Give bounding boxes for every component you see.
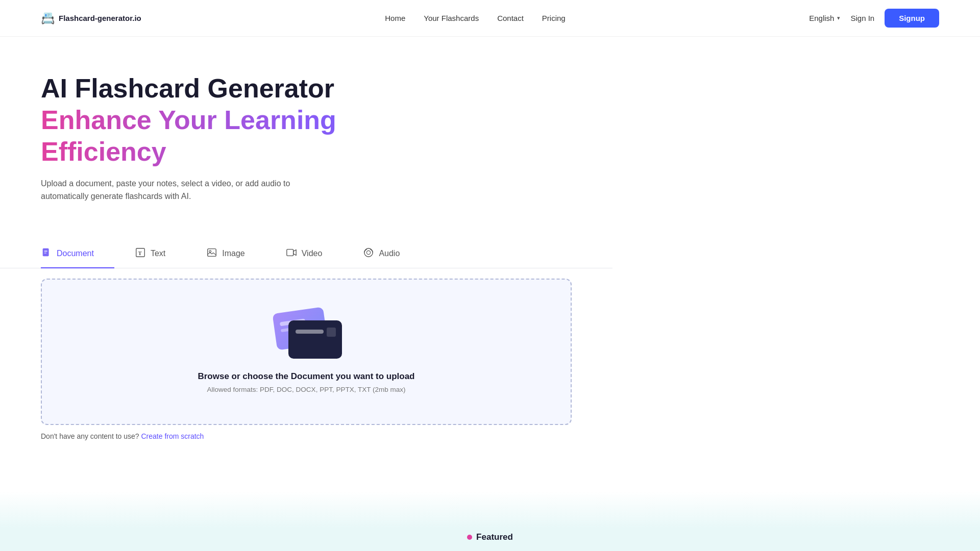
nav-links: Home Your Flashcards Contact Pricing: [385, 14, 565, 22]
tab-image-label: Image: [222, 249, 244, 258]
nav-pricing[interactable]: Pricing: [542, 14, 566, 22]
upload-title: Browse or choose the Document you want t…: [198, 371, 414, 382]
hero-subtitle-gradient: Enhance Your Learning Efficiency: [41, 104, 572, 168]
upload-section: Browse or choose the Document you want t…: [0, 279, 612, 425]
nav-contact[interactable]: Contact: [497, 14, 524, 22]
featured-section: Featured: [0, 491, 980, 551]
tab-text-label: Text: [151, 249, 165, 258]
language-label: English: [809, 14, 834, 22]
upload-dropzone[interactable]: Browse or choose the Document you want t…: [41, 279, 572, 425]
logo-icon: 📇: [41, 12, 55, 25]
svg-point-9: [367, 251, 371, 254]
tab-document[interactable]: Document: [41, 240, 114, 268]
logo-text: Flashcard-generator.io: [59, 14, 141, 22]
navbar: 📇 Flashcard-generator.io Home Your Flash…: [0, 0, 980, 37]
svg-rect-0: [43, 248, 49, 257]
tab-image[interactable]: Image: [206, 240, 265, 268]
svg-text:T: T: [138, 249, 142, 256]
hero-title: AI Flashcard Generator: [41, 73, 572, 104]
tab-video-label: Video: [302, 249, 323, 258]
svg-rect-5: [208, 248, 216, 256]
tab-document-label: Document: [57, 249, 94, 258]
chevron-down-icon: ▾: [837, 15, 840, 21]
upload-subtitle: Allowed formats: PDF, DOC, DOCX, PPT, PP…: [207, 386, 406, 393]
svg-rect-2: [44, 253, 46, 254]
tab-video[interactable]: Video: [286, 240, 343, 268]
logo[interactable]: 📇 Flashcard-generator.io: [41, 12, 141, 25]
featured-dot-icon: [467, 535, 472, 540]
nav-your-flashcards[interactable]: Your Flashcards: [424, 14, 479, 22]
create-from-scratch-link[interactable]: Create from scratch: [141, 432, 204, 440]
hero-section: AI Flashcard Generator Enhance Your Lear…: [0, 37, 612, 223]
signup-button[interactable]: Signup: [885, 9, 939, 28]
featured-label: Featured: [467, 532, 513, 542]
svg-point-8: [364, 248, 373, 257]
language-selector[interactable]: English ▾: [809, 14, 840, 22]
signin-button[interactable]: Sign In: [850, 14, 874, 22]
scratch-link-row: Don't have any content to use? Create fr…: [0, 425, 980, 440]
scratch-text: Don't have any content to use?: [41, 432, 139, 440]
tab-audio[interactable]: Audio: [363, 240, 420, 268]
svg-point-6: [209, 251, 211, 253]
svg-rect-1: [44, 251, 47, 252]
image-icon: [206, 247, 217, 260]
tab-audio-label: Audio: [379, 249, 400, 258]
svg-rect-7: [287, 249, 293, 256]
text-icon: T: [135, 247, 146, 260]
tabs-container: Document T Text Image: [0, 240, 612, 268]
upload-illustration: [271, 310, 342, 361]
navbar-right: English ▾ Sign In Signup: [809, 9, 939, 28]
hero-description: Upload a document, paste your notes, sel…: [41, 177, 316, 203]
video-icon: [286, 247, 297, 260]
audio-icon: [363, 247, 374, 260]
card-front-illustration: [288, 320, 342, 359]
tabs: Document T Text Image: [41, 240, 572, 268]
tab-text[interactable]: T Text: [135, 240, 186, 268]
document-icon: [41, 247, 52, 260]
nav-home[interactable]: Home: [385, 14, 405, 22]
featured-text: Featured: [476, 532, 513, 542]
